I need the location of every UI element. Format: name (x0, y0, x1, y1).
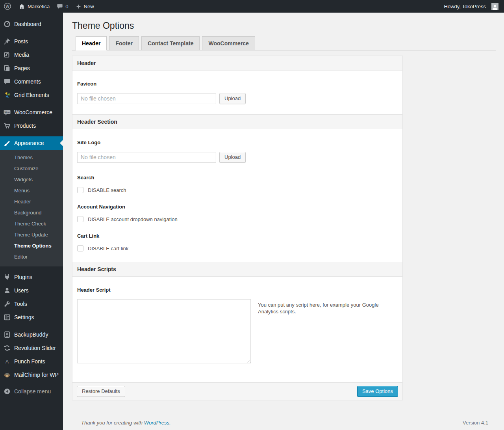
sidebar-item-dashboard[interactable]: Dashboard (0, 17, 63, 31)
sidebar-item-theme-update[interactable]: Theme Update (0, 229, 63, 240)
comments-icon (3, 78, 11, 86)
sidebar-item-themes[interactable]: Themes (0, 152, 63, 163)
comment-count: 0 (65, 4, 68, 9)
sidebar-item-backupbuddy[interactable]: BackupBuddy (0, 328, 63, 341)
section-header-content: Favicon Upload (72, 71, 402, 114)
sidebar-item-header[interactable]: Header (0, 196, 63, 207)
menu-separator (0, 324, 63, 328)
footer-thanks-text: Thank you for creating with WordPress. (81, 420, 171, 426)
sidebar-item-widgets[interactable]: Widgets (0, 174, 63, 185)
collapse-menu-button[interactable]: Collapse menu (0, 385, 63, 398)
svg-text:W: W (6, 4, 9, 9)
sidebar-item-tools[interactable]: Tools (0, 297, 63, 311)
pages-icon (3, 64, 11, 72)
page-footer: Thank you for creating with WordPress. V… (81, 420, 488, 426)
wordpress-logo-menu[interactable]: W (0, 0, 15, 13)
site-logo-file-input[interactable] (77, 152, 216, 163)
save-options-button[interactable]: Save Options (357, 386, 398, 397)
disable-account-nav-checkbox-label: DISABLE account dropdown navigation (88, 216, 178, 222)
pushpin-icon (3, 37, 11, 45)
collapse-arrow-icon (3, 387, 11, 395)
disable-cart-link-checkbox[interactable] (77, 245, 83, 251)
my-account-menu[interactable]: Howdy, TokoPress (441, 0, 504, 13)
favicon-upload-button[interactable]: Upload (219, 93, 246, 104)
sidebar-item-theme-check[interactable]: Theme Check (0, 218, 63, 229)
tab-header[interactable]: Header (76, 36, 107, 50)
sidebar-item-mailchimp[interactable]: MailChimp for WP (0, 368, 63, 382)
user-icon (3, 287, 11, 294)
sidebar-item-editor[interactable]: Editor (0, 251, 63, 262)
plugin-icon (3, 273, 11, 281)
header-script-textarea[interactable] (77, 299, 251, 363)
dashboard-icon (3, 20, 11, 28)
svg-text:A: A (6, 359, 9, 365)
menu-separator (0, 266, 63, 270)
sidebar-item-pages[interactable]: Pages (0, 61, 63, 75)
howdy-text: Howdy, TokoPress (444, 4, 486, 9)
new-label: New (84, 4, 94, 9)
site-link[interactable]: Marketica (15, 0, 53, 13)
section-header-scripts-bar: Header Scripts (72, 262, 402, 277)
letter-a-icon: A (3, 357, 11, 365)
sidebar-item-media[interactable]: Media (0, 48, 63, 61)
wordpress-link[interactable]: WordPress. (144, 420, 171, 426)
main-content: Theme Options Header Footer Contact Temp… (63, 0, 504, 426)
sidebar-item-menus[interactable]: Menus (0, 185, 63, 196)
avatar (491, 3, 498, 10)
site-name: Marketica (28, 4, 50, 9)
appearance-submenu: Themes Customize Widgets Menus Header Ba… (0, 150, 63, 266)
tab-contact-template[interactable]: Contact Template (141, 36, 200, 50)
section-header-bar: Header (72, 56, 402, 71)
header-script-label: Header Script (77, 287, 398, 293)
header-script-help-text: You can put any script here, for example… (258, 299, 380, 363)
grid-elements-icon (3, 91, 11, 99)
sidebar-item-customize[interactable]: Customize (0, 163, 63, 174)
section-header-section-content: Site Logo Upload Search DISABLE search A… (72, 129, 402, 262)
cart-icon (3, 122, 11, 130)
section-header-scripts-content: Header Script You can put any script her… (72, 277, 402, 382)
site-logo-label: Site Logo (77, 140, 398, 145)
refresh-arrows-icon (3, 344, 11, 352)
comments-shortcut[interactable]: 0 (53, 0, 72, 13)
appearance-brush-icon (3, 139, 11, 147)
sidebar-item-products[interactable]: Products (0, 119, 63, 132)
disable-account-nav-checkbox[interactable] (77, 216, 83, 222)
wordpress-logo-icon: W (4, 2, 11, 10)
menu-separator (0, 132, 63, 136)
sidebar-item-users[interactable]: Users (0, 284, 63, 297)
account-navigation-label: Account Navigation (77, 204, 398, 210)
sidebar-item-background[interactable]: Background (0, 207, 63, 218)
woocommerce-badge-icon: Woo (3, 108, 11, 116)
home-icon (19, 3, 25, 10)
cart-link-label: Cart Link (77, 233, 398, 239)
admin-bar: W Marketica 0 New Howdy, TokoPress (0, 0, 504, 13)
sidebar-item-woocommerce[interactable]: Woo WooCommerce (0, 106, 63, 119)
new-content-menu[interactable]: New (72, 0, 98, 13)
menu-separator (0, 31, 63, 35)
backup-drive-icon (3, 331, 11, 339)
sidebar-item-appearance[interactable]: Appearance (0, 136, 63, 150)
wrench-icon (3, 300, 11, 308)
site-logo-upload-button[interactable]: Upload (219, 152, 246, 163)
sidebar-item-punch-fonts[interactable]: A Punch Fonts (0, 355, 63, 368)
sidebar-item-grid-elements[interactable]: Grid Elements (0, 88, 63, 102)
page-title: Theme Options (72, 17, 496, 36)
sidebar-item-revolution-slider[interactable]: Revolution Slider (0, 341, 63, 355)
sidebar-item-posts[interactable]: Posts (0, 35, 63, 48)
disable-search-checkbox[interactable] (77, 187, 83, 193)
sidebar-item-settings[interactable]: Settings (0, 311, 63, 324)
tab-woocommerce[interactable]: WooCommerce (202, 36, 255, 50)
comment-bubble-icon (57, 3, 63, 9)
sidebar-item-theme-options[interactable]: Theme Options (0, 240, 63, 251)
footer-version: Version 4.1 (463, 420, 488, 426)
tab-footer[interactable]: Footer (109, 36, 139, 50)
plus-icon (76, 4, 82, 9)
tab-bar: Header Footer Contact Template WooCommer… (72, 36, 496, 50)
media-icon (3, 51, 11, 59)
restore-defaults-button[interactable]: Restore Defaults (77, 386, 125, 397)
menu-separator (0, 102, 63, 106)
sidebar-item-plugins[interactable]: Plugins (0, 270, 63, 284)
sidebar-item-comments[interactable]: Comments (0, 75, 63, 88)
favicon-file-input[interactable] (77, 93, 216, 104)
person-icon (492, 4, 498, 10)
